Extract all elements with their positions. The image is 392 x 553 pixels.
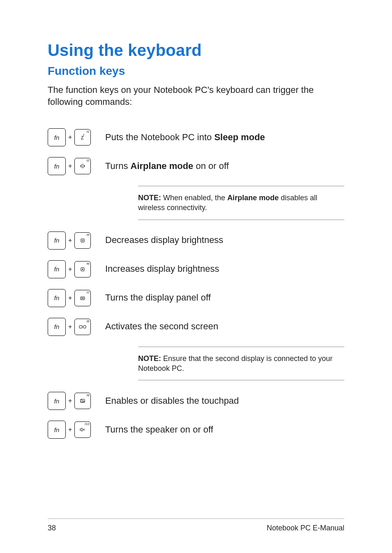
key-combo: fn + f7 <box>48 289 105 307</box>
second-screen-icon <box>79 324 86 329</box>
key-f8: f8 <box>74 319 91 335</box>
page-number: 38 <box>48 524 56 532</box>
key-combo: fn + f9 <box>48 392 105 410</box>
key-combo: fn + f1 zz <box>48 128 105 146</box>
note-label: NOTE: <box>138 354 161 363</box>
combo-description: Activates the second screen <box>105 321 218 333</box>
combo-description: Turns Airplane mode on or off <box>105 160 229 172</box>
desc-bold: Airplane mode <box>131 161 194 171</box>
key-fn: fn <box>48 157 66 175</box>
touchpad-icon <box>80 398 85 403</box>
combo-row-f9: fn + f9 Enables or disables the touchpad <box>48 392 344 410</box>
svg-point-4 <box>82 268 83 270</box>
key-combo: fn + f6 <box>48 260 105 278</box>
key-combo: fn + f8 <box>48 318 105 336</box>
desc-text: Puts the Notebook PC into <box>105 132 214 142</box>
combo-description: Puts the Notebook PC into Sleep mode <box>105 132 265 143</box>
key-label: f1 <box>87 130 90 134</box>
note-second-screen: NOTE: Ensure that the second display is … <box>138 347 344 381</box>
key-label: f9 <box>87 393 90 397</box>
desc-text: Turns <box>105 161 131 171</box>
note-text: NOTE: Ensure that the second display is … <box>138 354 344 374</box>
brightness-down-icon <box>80 238 85 243</box>
display-off-icon <box>80 295 85 301</box>
plus-icon: + <box>68 134 72 141</box>
key-fn: fn <box>48 318 66 336</box>
key-label: f8 <box>87 319 90 323</box>
key-label: f7 <box>87 291 90 294</box>
key-f6: f6 <box>74 261 91 278</box>
note-body: When enabled, the <box>161 194 227 202</box>
combo-row-f8: fn + f8 Activates the second screen <box>48 318 344 336</box>
plus-icon: + <box>68 397 72 405</box>
key-fn: fn <box>48 421 66 439</box>
key-fn: fn <box>48 231 66 250</box>
combo-description: Increases display brightness <box>105 263 219 275</box>
combo-description: Enables or disables the touchpad <box>105 395 239 407</box>
combo-row-f5: fn + f5 Decreases display brightness <box>48 231 344 250</box>
combo-row-f2: fn + f2 Turns Airplane mode on or off <box>48 157 344 175</box>
plus-icon: + <box>68 237 72 244</box>
note-airplane: NOTE: When enabled, the Airplane mode di… <box>138 186 344 220</box>
key-label: f10 <box>85 422 89 426</box>
key-f9: f9 <box>74 393 91 409</box>
combo-description: Decreases display brightness <box>105 234 223 246</box>
plus-icon: + <box>68 426 72 433</box>
key-f5: f5 <box>74 232 91 249</box>
desc-text: on or off <box>193 161 228 171</box>
key-f10: f10 <box>74 421 91 438</box>
note-text: NOTE: When enabled, the Airplane mode di… <box>138 193 344 213</box>
desc-bold: Sleep mode <box>214 132 265 142</box>
combo-row-f10: fn + f10 Turns the speaker on or off <box>48 421 344 439</box>
key-fn: fn <box>48 128 66 146</box>
page-title: Using the keyboard <box>48 41 344 60</box>
svg-point-2 <box>82 240 83 241</box>
combo-description: Turns the display panel off <box>105 292 211 304</box>
key-f2: f2 <box>74 158 91 174</box>
svg-rect-8 <box>79 326 82 328</box>
key-combo: fn + f10 <box>48 421 105 439</box>
speaker-mute-icon <box>79 427 86 432</box>
plus-icon: + <box>68 162 72 170</box>
key-f7: f7 <box>74 290 91 306</box>
key-fn: fn <box>48 289 66 307</box>
key-fn: fn <box>48 260 66 278</box>
combo-row-f6: fn + f6 Increases display brightness <box>48 260 344 278</box>
brightness-up-icon <box>80 266 85 272</box>
key-label: f2 <box>87 159 90 162</box>
combo-row-f1: fn + f1 zz Puts the Notebook PC into Sle… <box>48 128 344 146</box>
combo-row-f7: fn + f7 Turns the display panel off <box>48 289 344 307</box>
airplane-icon <box>79 163 86 169</box>
sleep-icon: zz <box>81 134 85 140</box>
svg-line-14 <box>81 400 84 401</box>
doc-title: Notebook PC E-Manual <box>267 524 344 532</box>
plus-icon: + <box>68 323 72 331</box>
svg-point-0 <box>82 166 83 167</box>
key-combo: fn + f2 <box>48 157 105 175</box>
intro-text: The function keys on your Notebook PC's … <box>48 84 344 108</box>
page-footer: 38 Notebook PC E-Manual <box>48 518 344 532</box>
note-bold: Airplane mode <box>227 194 279 202</box>
key-combo: fn + f5 <box>48 231 105 250</box>
key-fn: fn <box>48 392 66 410</box>
svg-rect-10 <box>83 326 86 328</box>
plus-icon: + <box>68 266 72 273</box>
note-body: Ensure that the second display is connec… <box>138 354 332 373</box>
key-f1: f1 zz <box>74 129 91 146</box>
combo-description: Turns the speaker on or off <box>105 424 213 436</box>
note-label: NOTE: <box>138 194 161 202</box>
plus-icon: + <box>68 294 72 302</box>
key-label: f6 <box>87 262 90 266</box>
svg-rect-1 <box>81 239 84 242</box>
key-label: f5 <box>87 233 90 237</box>
section-heading: Function keys <box>48 65 344 78</box>
